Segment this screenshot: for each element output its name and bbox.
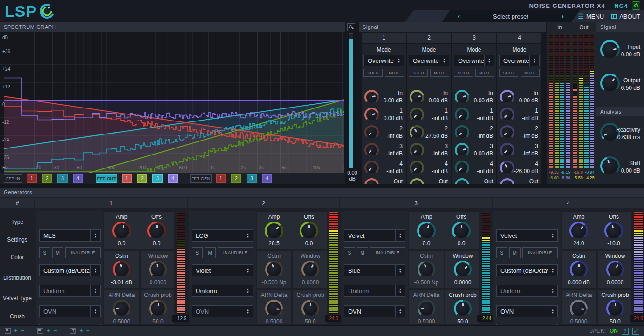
gen3-velvet-type-select[interactable]: OVN▲▼ [344, 305, 405, 317]
channel-1-1-knob[interactable] [364, 108, 379, 122]
gen3-crush-prob-knob[interactable] [454, 300, 472, 317]
gen2-velvet-type-select[interactable]: OVN▲▼ [192, 305, 253, 317]
channel-3-in-knob[interactable] [455, 90, 469, 104]
gen3-mute-button[interactable]: M [357, 247, 368, 258]
ui-scale-plus-button[interactable]: + [14, 326, 18, 336]
channel-2-3-knob[interactable] [410, 143, 424, 157]
channel-4-solo-button[interactable]: SOLO [499, 69, 518, 77]
analysis-shift-knob[interactable] [600, 156, 620, 176]
gen1-cstm-knob[interactable] [113, 261, 130, 278]
font-scale-icon[interactable]: T [70, 328, 76, 334]
gen3-arn-delta-knob[interactable] [418, 300, 435, 317]
channel-1-solo-button[interactable]: SOLO [363, 69, 383, 77]
menu-button[interactable]: ☰ MENU [578, 13, 604, 20]
fft-group2-channel-3-toggle[interactable]: 3 [152, 174, 163, 183]
help-button[interactable]: ? [622, 328, 629, 335]
channel-4-mute-button[interactable]: MUTE [521, 69, 540, 77]
gen4-window-knob[interactable] [606, 261, 624, 278]
gen2-cstm-knob[interactable] [265, 261, 283, 278]
channel-3-solo-button[interactable]: SOLO [454, 69, 473, 77]
gen3-offs-knob[interactable] [452, 222, 471, 240]
gen2-mute-button[interactable]: M [205, 247, 216, 258]
gen4-arn-delta-knob[interactable] [570, 300, 588, 317]
channel-1-mute-button[interactable]: MUTE [385, 69, 404, 77]
gen3-solo-button[interactable]: S [344, 247, 355, 258]
channel-3-4-knob[interactable] [455, 161, 469, 175]
channel-4-in-knob[interactable] [500, 90, 514, 104]
gen2-arn-delta-knob[interactable] [265, 300, 283, 317]
spectrum-graph[interactable]: 2030501002003005001k2k3k5k10k20k+36+24+1… [0, 32, 345, 173]
gen1-distribution-select[interactable]: Uniform▲▼ [39, 285, 101, 297]
channel-1-2-knob[interactable] [364, 125, 379, 140]
fft-group1-channel-4-toggle[interactable]: 4 [73, 174, 83, 183]
zoom-fader[interactable] [348, 33, 354, 168]
fft-group1-channel-1-toggle[interactable]: 1 [27, 174, 37, 183]
ui-scale-icon[interactable] [5, 328, 11, 334]
channel-3-mode-select[interactable]: Overwrite▲▼ [454, 55, 494, 66]
channel-1-mode-select[interactable]: Overwrite▲▼ [363, 55, 404, 66]
gen1-crush-prob-knob[interactable] [149, 300, 167, 317]
magnifier-icon[interactable] [347, 23, 355, 31]
master-output-knob[interactable] [600, 74, 620, 93]
channel-2-solo-button[interactable]: SOLO [409, 69, 428, 77]
channel-2-4-knob[interactable] [410, 161, 424, 175]
gen2-solo-button[interactable]: S [192, 247, 203, 258]
fft-group3-channel-1-toggle[interactable]: 1 [216, 174, 226, 183]
channel-3-3-knob[interactable] [455, 143, 469, 157]
fft-group3-channel-2-toggle[interactable]: 2 [231, 174, 241, 183]
gen3-cstm-knob[interactable] [418, 261, 435, 278]
gen2-type-select[interactable]: LCG▲▼ [192, 229, 253, 242]
window-scale-plus-button[interactable]: + [47, 326, 50, 336]
fft-fft-out-toggle[interactable]: FFT OUT [96, 174, 117, 183]
window-scale-minus-button[interactable]: − [54, 326, 57, 336]
channel-3-2-knob[interactable] [455, 125, 469, 140]
fft-group1-channel-2-toggle[interactable]: 2 [42, 174, 52, 183]
zoom-fader-thumb[interactable] [349, 33, 353, 39]
channel-3-mute-button[interactable]: MUTE [475, 69, 494, 77]
gen3-amp-knob[interactable] [417, 222, 436, 240]
gen1-type-select[interactable]: MLS▲▼ [39, 229, 101, 242]
gen1-arn-delta-knob[interactable] [113, 300, 130, 317]
window-scale-icon[interactable] [37, 328, 43, 334]
preset-next-button[interactable]: › [561, 11, 564, 22]
gen4-amp-knob[interactable] [569, 222, 588, 240]
gen3-type-select[interactable]: Velvet▲▼ [344, 229, 405, 242]
channel-1-4-knob[interactable] [364, 161, 379, 175]
channel-2-mode-select[interactable]: Overwrite▲▼ [409, 55, 449, 66]
gen1-color-select[interactable]: Custom (dB/Octave)▲▼ [39, 264, 101, 276]
channel-4-mode-select[interactable]: Overwrite▲▼ [499, 55, 540, 66]
gen4-distribution-select[interactable]: Uniform▲▼ [496, 285, 558, 297]
gen4-inaudible-button[interactable]: INAUDIBLE [522, 247, 558, 258]
channel-2-1-knob[interactable] [410, 108, 424, 122]
channel-3-1-knob[interactable] [455, 108, 469, 122]
gen2-color-select[interactable]: Violet▲▼ [192, 264, 253, 276]
about-button[interactable]: ABOUT [611, 13, 640, 20]
gen4-type-select[interactable]: Velvet▲▼ [496, 229, 558, 242]
gen4-color-select[interactable]: Custom (dB/Octave)▲▼ [496, 264, 558, 276]
gen2-inaudible-button[interactable]: INAUDIBLE [218, 247, 253, 258]
gen3-window-knob[interactable] [454, 261, 472, 278]
gen1-amp-knob[interactable] [112, 222, 131, 240]
gen1-inaudible-button[interactable]: INAUDIBLE [65, 247, 101, 258]
gen4-cstm-knob[interactable] [570, 261, 588, 278]
fft-group3-channel-4-toggle[interactable]: 4 [262, 174, 272, 183]
channel-2-mute-button[interactable]: MUTE [430, 69, 449, 77]
channel-1-3-knob[interactable] [364, 143, 379, 157]
gen4-mute-button[interactable]: M [509, 247, 521, 258]
channel-4-3-knob[interactable] [500, 143, 514, 157]
fft-group1-channel-3-toggle[interactable]: 3 [57, 174, 68, 183]
channel-2-2-knob[interactable] [410, 125, 424, 140]
power-button[interactable] [632, 1, 640, 10]
channel-2-in-knob[interactable] [410, 90, 424, 104]
gen1-solo-button[interactable]: S [39, 247, 50, 258]
gen2-distribution-select[interactable]: Uniform▲▼ [192, 285, 253, 297]
gen1-velvet-type-select[interactable]: OVN▲▼ [39, 305, 101, 317]
fft-group2-channel-2-toggle[interactable]: 2 [137, 174, 147, 183]
gen3-inaudible-button[interactable]: INAUDIBLE [370, 247, 405, 258]
font-scale-plus-button[interactable]: + [79, 326, 83, 336]
channel-4-4-knob[interactable] [500, 161, 514, 175]
preset-prev-button[interactable]: ‹ [458, 11, 460, 22]
channel-1-in-knob[interactable] [364, 90, 379, 104]
gen4-solo-button[interactable]: S [496, 247, 507, 258]
gen4-velvet-type-select[interactable]: OVN▲▼ [496, 305, 558, 317]
